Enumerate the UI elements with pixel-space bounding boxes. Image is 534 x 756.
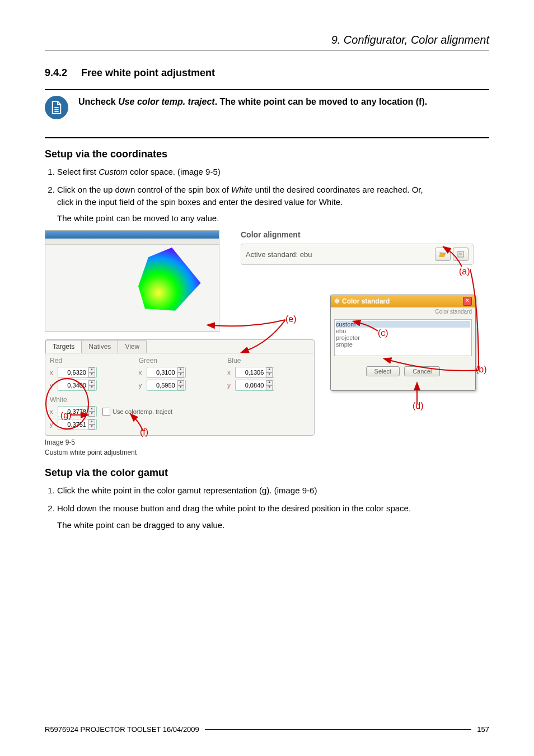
- white-y-stepper[interactable]: ▲▼: [58, 419, 97, 430]
- rule-bottom: [45, 137, 489, 138]
- list-item[interactable]: ebu: [336, 328, 470, 334]
- note-block: Uncheck Use color temp. traject. The whi…: [45, 90, 489, 127]
- select-button[interactable]: Select: [366, 366, 400, 376]
- note-icon: [45, 96, 68, 119]
- color-standard-dialog: ✲Color standard × Color standard custom …: [330, 295, 476, 391]
- note-text: Uncheck Use color temp. traject. The whi…: [78, 96, 427, 108]
- group-green: Green: [139, 357, 221, 365]
- ann-a: (a): [459, 267, 470, 277]
- note-em: Use color temp. traject: [118, 97, 215, 106]
- close-icon[interactable]: ×: [463, 297, 472, 306]
- step-1: Select first Custom color space. (image …: [57, 166, 489, 178]
- cancel-button[interactable]: Cancel: [404, 366, 440, 376]
- group-white: White: [50, 396, 172, 404]
- standard-list[interactable]: custom ebu projector smpte: [334, 319, 472, 356]
- ann-c: (c): [378, 328, 388, 338]
- ann-f: (f): [140, 427, 148, 437]
- color-gamut[interactable]: [135, 248, 202, 312]
- active-standard-row: Active standard: ebu: [241, 244, 474, 265]
- open-standard-icon[interactable]: [435, 248, 451, 261]
- blue-x-stepper[interactable]: ▲▼: [235, 367, 274, 378]
- color-alignment-title: Color alignment: [241, 230, 474, 239]
- white-y-input[interactable]: [59, 421, 87, 428]
- blue-y-stepper[interactable]: ▲▼: [235, 380, 274, 391]
- note-post: . The white point can be moved to any lo…: [215, 97, 428, 106]
- ann-b: (b): [476, 365, 487, 375]
- step-2: Click on the up down control of the spin…: [57, 184, 489, 225]
- footer-left: R5976924 PROJECTOR TOOLSET 16/04/2009: [45, 725, 199, 734]
- red-y-input[interactable]: [59, 381, 87, 389]
- red-x-input[interactable]: [59, 368, 87, 376]
- blue-y-input[interactable]: [237, 381, 265, 389]
- active-standard-label: Active standard: ebu: [246, 250, 312, 259]
- chapter-title: 9. Configurator, Color alignment: [45, 34, 489, 50]
- svg-rect-3: [458, 251, 463, 257]
- red-y-stepper[interactable]: ▲▼: [58, 380, 97, 391]
- gamut-step-1: Click the white point in the color gamut…: [57, 484, 489, 497]
- setup-coords-steps: Select first Custom color space. (image …: [47, 166, 489, 225]
- list-item[interactable]: smpte: [336, 341, 470, 348]
- green-y-input[interactable]: [148, 381, 176, 389]
- gamut-step-2: Hold down the mouse button and drag the …: [57, 502, 489, 531]
- dialog-title: Color standard: [342, 297, 390, 305]
- footer-page: 157: [477, 725, 489, 734]
- tab-natives[interactable]: Natives: [81, 340, 118, 353]
- note-pre: Uncheck: [78, 97, 118, 106]
- flower-icon: ✲: [334, 297, 340, 305]
- configurator-window: [45, 230, 219, 332]
- tab-view[interactable]: View: [118, 340, 147, 353]
- figure-caption-2: Custom white point adjustment: [45, 449, 489, 458]
- figure-caption-1: Image 9-5: [45, 438, 489, 447]
- colortemp-traject-checkbox[interactable]: Use colortemp. traject: [102, 408, 172, 416]
- header-rule: [45, 50, 489, 50]
- list-standard-icon[interactable]: [453, 248, 469, 261]
- page-footer: R5976924 PROJECTOR TOOLSET 16/04/2009 15…: [45, 725, 489, 734]
- list-item[interactable]: custom: [336, 321, 470, 328]
- green-y-stepper[interactable]: ▲▼: [147, 380, 186, 391]
- green-x-stepper[interactable]: ▲▼: [147, 367, 186, 378]
- ann-d: (d): [413, 401, 424, 411]
- colortemp-traject-label: Use colortemp. traject: [113, 408, 172, 415]
- setup-coords-title: Setup via the coordinates: [45, 148, 489, 160]
- targets-panel: Targets Natives View Red x▲▼ y▲▼ Green x…: [45, 339, 315, 436]
- dialog-subtitle: Color standard: [331, 307, 475, 316]
- group-red: Red: [50, 357, 132, 365]
- red-x-stepper[interactable]: ▲▼: [58, 367, 97, 378]
- setup-gamut-steps: Click the white point in the color gamut…: [47, 484, 489, 531]
- ann-e: (e): [285, 314, 297, 324]
- section-title: Free white point adjustment: [81, 67, 215, 78]
- ann-g: (g): [60, 410, 72, 421]
- list-item[interactable]: projector: [336, 334, 470, 341]
- color-alignment-pane: Color alignment Active standard: ebu: [241, 230, 474, 265]
- setup-gamut-title: Setup via the color gamut: [45, 467, 489, 479]
- blue-x-input[interactable]: [237, 368, 265, 376]
- section-number: 9.4.2: [45, 67, 67, 78]
- green-x-input[interactable]: [148, 368, 176, 376]
- section-heading: 9.4.2 Free white point adjustment: [45, 67, 489, 79]
- tab-targets[interactable]: Targets: [45, 340, 82, 353]
- group-blue: Blue: [227, 357, 310, 365]
- figure-9-5: Color alignment Active standard: ebu ✲Co…: [45, 230, 481, 437]
